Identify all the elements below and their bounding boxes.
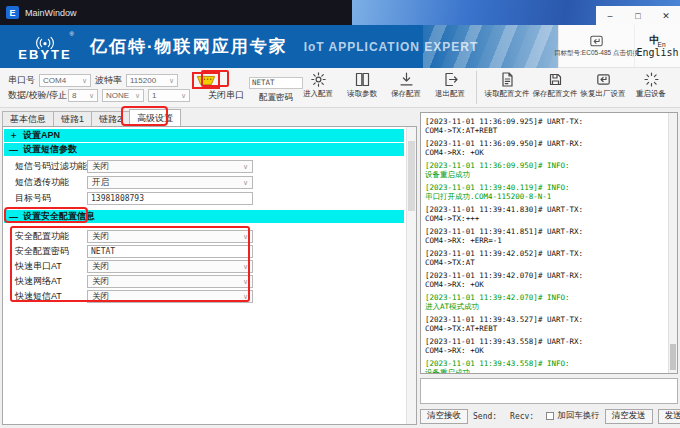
target-number-input[interactable] (87, 192, 253, 205)
banner-title-cn: 亿佰特·物联网应用专家 (90, 35, 288, 58)
serial-port-annotation (192, 72, 220, 89)
baud-label: 波特率 (95, 74, 122, 87)
chevron-down-icon: ∨ (243, 293, 248, 301)
log-output: [2023-11-01 11:36:09.925]# UART-TX: COM4… (420, 112, 678, 374)
tab-advanced-settings[interactable]: 高级设置 (129, 109, 181, 126)
scrollbar-thumb[interactable] (408, 141, 415, 211)
chevron-down-icon: ∨ (243, 263, 248, 271)
chevron-down-icon: ∨ (243, 233, 248, 241)
crlf-checkbox[interactable] (546, 412, 554, 420)
log-entry: [2023-11-01 11:39:42.052]# UART-TX: COM4… (425, 249, 665, 267)
maximize-button[interactable]: □ (628, 11, 648, 21)
translate-icon: 中 En (650, 34, 666, 47)
quick-serial-at-select[interactable]: 关闭∨ (87, 260, 253, 273)
restart-device-button[interactable]: 重启设备 (627, 71, 675, 99)
quick-network-at-row: 快速网络AT 关闭∨ (15, 275, 253, 288)
enter-config-button[interactable]: 进入配置 (296, 71, 340, 99)
book-icon (354, 71, 371, 88)
read-config-file-button[interactable]: 读取配置文件 (483, 71, 531, 99)
security-password-input[interactable] (87, 245, 253, 258)
file-read-icon (499, 71, 516, 88)
save-config-button[interactable]: 保存配置 (384, 71, 428, 99)
language-toggle[interactable]: 中 En English (634, 25, 680, 67)
collapse-icon: — (9, 212, 18, 222)
app-icon: E (6, 6, 19, 19)
log-scrollbar-thumb[interactable] (670, 344, 676, 370)
security-password-row: 安全配置密码 (15, 245, 253, 258)
read-params-button[interactable]: 读取参数 (340, 71, 384, 99)
log-entry: [2023-11-01 11:39:43.558]# UART-RX: COM4… (425, 337, 665, 355)
toolbar: 串口号 COM4∨ 波特率 115200∨ 数据/校验/停止 8∨ (0, 68, 680, 108)
log-entry: [2023-11-01 11:39:43.527]# UART-TX: COM4… (425, 315, 665, 333)
chevron-down-icon: ∨ (243, 163, 248, 171)
port-label: 串口号 (8, 74, 35, 87)
security-function-select[interactable]: 关闭∨ (87, 230, 253, 243)
minimize-button[interactable]: – (600, 11, 620, 21)
security-function-row: 安全配置功能 关闭∨ (15, 230, 253, 243)
com-port-select[interactable]: COM4∨ (39, 74, 91, 87)
settings-scrollbar[interactable] (406, 127, 416, 424)
save-config-file-button[interactable]: 保存配置文件 (531, 71, 579, 99)
log-scrollbar[interactable] (668, 113, 677, 373)
tab-link2[interactable]: 链路2 (91, 111, 130, 126)
download-icon (398, 71, 415, 88)
stop-bits-select[interactable]: 1∨ (148, 89, 190, 102)
chevron-down-icon: ∨ (135, 92, 140, 100)
config-password-input[interactable] (249, 77, 303, 89)
tab-link1[interactable]: 链路1 (53, 111, 92, 126)
file-save-icon (547, 71, 564, 88)
exit-icon (442, 71, 459, 88)
toolbar-buttons: 进入配置 读取参数 保存配置 退出配置 (296, 71, 675, 104)
language-label: English (636, 47, 678, 58)
recv-count-label: Recv: (510, 412, 534, 421)
log-entry: [2023-11-01 11:39:42.070]# INFO: 进入AT模式成… (425, 293, 665, 311)
registered-mark: ® (70, 31, 74, 37)
window-title: MainWindow (25, 8, 77, 18)
brand-banner: ® EBYTE 亿佰特·物联网应用专家 IoT APPLICATION EXPE… (0, 25, 558, 68)
logo-text: EBYTE (18, 49, 71, 61)
sms-filter-select[interactable]: 关闭∨ (87, 160, 253, 173)
factory-reset-button[interactable]: 恢复出厂设置 (579, 71, 627, 99)
clear-receive-button[interactable]: 清空接收 (420, 409, 468, 424)
quick-sms-at-select[interactable]: 关闭∨ (87, 290, 253, 303)
sms-passthrough-select[interactable]: 开启∨ (87, 176, 253, 189)
ebyte-logo: ® EBYTE (14, 33, 76, 61)
clear-send-button[interactable]: 清空发送 (605, 409, 653, 424)
section-security[interactable]: — 设置安全配置信息 (4, 210, 404, 223)
expand-icon: ＋ (9, 129, 18, 142)
window-controls: – □ ✕ (596, 6, 680, 25)
restart-icon (643, 71, 660, 88)
send-button[interactable]: 发送 (658, 409, 680, 424)
banner-right: 目标型号:EC05-485 点击切换 中 En English (558, 25, 680, 68)
send-input[interactable] (420, 378, 678, 404)
log-entry: [2023-11-01 11:39:43.558]# INFO: 设备重启成功 (425, 359, 665, 374)
title-bar: E MainWindow – □ ✕ (0, 0, 680, 25)
data-bits-select[interactable]: 8∨ (68, 89, 98, 102)
parity-select[interactable]: NONE∨ (102, 89, 144, 102)
serial-row-1: 串口号 COM4∨ 波特率 115200∨ (8, 72, 220, 89)
chevron-down-icon: ∨ (243, 278, 248, 286)
gear-icon (310, 71, 327, 88)
log-entry: [2023-11-01 11:36:09.950]# UART-RX: COM4… (425, 139, 665, 157)
close-button[interactable]: ✕ (656, 11, 676, 21)
quick-network-at-select[interactable]: 关闭∨ (87, 275, 253, 288)
bottom-controls: 清空接收 Send: Recv: 加回车换行 清空发送 发送 (420, 408, 678, 424)
send-count-label: Send: (473, 412, 497, 421)
sms-filter-row: 短信号码过滤功能 关闭∨ (15, 160, 253, 173)
log-entry: [2023-11-01 11:39:40.119]# INFO: 串口打开成功.… (425, 183, 665, 201)
frame-label: 数据/校验/停止 (8, 89, 64, 102)
target-number-row: 目标号码 (15, 192, 253, 205)
header-banner: ® EBYTE 亿佰特·物联网应用专家 IoT APPLICATION EXPE… (0, 25, 680, 68)
collapse-icon: — (9, 145, 18, 155)
section-apn[interactable]: ＋ 设置APN (4, 129, 404, 142)
tab-basic-info[interactable]: 基本信息 (2, 111, 54, 126)
log-entry: [2023-11-01 11:36:09.925]# UART-TX: COM4… (425, 117, 665, 135)
quick-serial-at-row: 快速串口AT 关闭∨ (15, 260, 253, 273)
target-model-switch[interactable]: 目标型号:EC05-485 点击切换 (558, 25, 634, 67)
serial-row-2: 数据/校验/停止 8∨ NONE∨ 1∨ 关闭串口 (8, 89, 244, 102)
exit-config-button[interactable]: 退出配置 (428, 71, 472, 99)
section-sms[interactable]: — 设置短信参数 (4, 143, 404, 156)
baud-rate-select[interactable]: 115200∨ (126, 74, 178, 87)
close-port-button[interactable]: 关闭串口 (208, 89, 244, 102)
sms-passthrough-row: 短信透传功能 开启∨ (15, 176, 253, 189)
